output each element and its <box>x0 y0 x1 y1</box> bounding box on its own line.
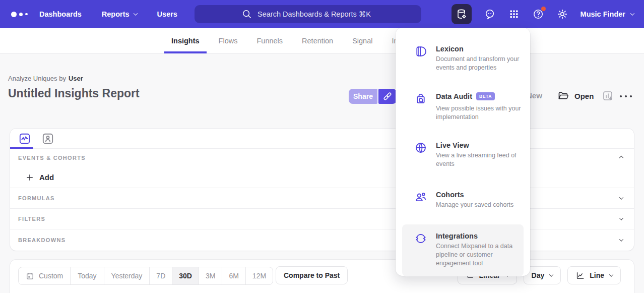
menu-item-title: Data Audit <box>436 92 472 100</box>
chevron-down-icon[interactable] <box>619 216 623 220</box>
section-formulas[interactable]: FORMULAS <box>10 188 634 209</box>
logo-dot-icon <box>19 13 23 16</box>
add-event-button[interactable]: Add <box>25 173 54 182</box>
search-input[interactable] <box>257 10 374 18</box>
range-30d[interactable]: 30D <box>172 267 199 284</box>
menu-item-text: Live View View a live streaming feed of … <box>436 141 523 169</box>
settings-button[interactable] <box>556 8 568 20</box>
mixpanel-logo[interactable] <box>11 0 28 28</box>
project-switcher[interactable]: Music Finder <box>581 10 634 18</box>
calendar-icon <box>26 272 34 280</box>
more-menu-button[interactable] <box>619 93 633 100</box>
menu-item-lexicon[interactable]: Lexicon Document and transform your even… <box>396 44 530 73</box>
chevron-down-icon <box>549 272 553 276</box>
search-icon <box>241 9 252 20</box>
chevron-down-icon[interactable] <box>619 195 623 199</box>
globe-icon <box>414 141 427 154</box>
help-button[interactable] <box>532 8 544 20</box>
chart-type-label: Line <box>590 271 604 279</box>
tab-retention[interactable]: Retention <box>295 28 340 53</box>
page-title[interactable]: Untitled Insights Report <box>8 87 140 100</box>
tab-label: Funnels <box>256 37 283 45</box>
nav-label: Users <box>157 10 177 18</box>
menu-item-highlight-wrap: Integrations Connect Mixpanel to a data … <box>402 224 524 276</box>
tab-label: Flows <box>219 37 238 45</box>
data-audit-lock-icon <box>414 92 427 105</box>
menu-item-title: Live View <box>436 141 469 149</box>
top-navigation-bar: Dashboards Reports Users <box>0 0 644 28</box>
add-to-dashboard-icon <box>602 90 614 102</box>
section-breakdowns[interactable]: BREAKDOWNS <box>10 229 634 251</box>
range-custom[interactable]: Custom <box>19 267 71 284</box>
range-label: 6M <box>229 272 238 280</box>
section-label: FORMULAS <box>18 195 55 201</box>
chart-type-selector[interactable]: Line <box>567 266 621 284</box>
menu-item-data-audit[interactable]: Data AuditBETA View possible issues with… <box>396 92 530 122</box>
range-12m[interactable]: 12M <box>246 267 273 284</box>
section-filters[interactable]: FILTERS <box>10 209 634 229</box>
chevron-down-icon <box>133 11 137 15</box>
nav-users[interactable]: Users <box>157 10 177 18</box>
person-icon <box>41 132 54 145</box>
compare-to-past-button[interactable]: Compare to Past <box>276 266 348 284</box>
chat-bubble-icon <box>484 8 496 20</box>
database-gear-icon <box>456 8 468 20</box>
menu-item-live-view[interactable]: Live View View a live streaming feed of … <box>396 141 530 169</box>
profiles-view-tab[interactable] <box>41 132 54 145</box>
add-to-dashboard-button[interactable] <box>602 90 614 102</box>
menu-item-description: Manage your saved cohorts <box>436 201 523 209</box>
lexicon-book-icon <box>414 45 427 58</box>
nav-dashboards[interactable]: Dashboards <box>39 10 82 18</box>
more-dots-icon <box>619 93 633 100</box>
share-button[interactable]: Share <box>349 89 377 104</box>
chevron-up-icon[interactable] <box>619 156 623 160</box>
section-label: EVENTS & COHORTS <box>18 155 86 161</box>
menu-item-description: Connect Mixpanel to a data pipeline or c… <box>436 242 517 268</box>
range-3m[interactable]: 3M <box>199 267 222 284</box>
menu-item-integrations[interactable]: Integrations Connect Mixpanel to a data … <box>402 231 517 268</box>
section-label: FILTERS <box>18 216 45 222</box>
open-label: Open <box>574 92 594 100</box>
tab-funnels[interactable]: Funnels <box>249 28 290 53</box>
tab-label: Signal <box>352 37 372 45</box>
gear-icon <box>556 8 568 20</box>
compare-label: Compare to Past <box>284 271 340 279</box>
data-management-button[interactable] <box>452 4 472 24</box>
analyze-entity-selector[interactable]: User <box>69 75 83 82</box>
section-label: BREAKDOWNS <box>18 237 66 243</box>
menu-item-text: Integrations Connect Mixpanel to a data … <box>436 231 517 268</box>
range-yesterday[interactable]: Yesterday <box>104 267 150 284</box>
beta-badge: BETA <box>476 92 495 100</box>
chart-controls-card: Custom Today Yesterday 7D 30D 3M 6M 12M … <box>10 260 634 293</box>
chevron-down-icon[interactable] <box>619 237 623 241</box>
menu-item-description: View possible issues with your implement… <box>436 104 523 122</box>
nav-label: Dashboards <box>39 10 82 18</box>
menu-item-text: Data AuditBETA View possible issues with… <box>436 92 523 122</box>
logo-dot-icon <box>11 12 17 17</box>
chevron-down-icon <box>630 11 634 15</box>
apps-grid-button[interactable] <box>508 8 520 20</box>
section-events-cohorts[interactable]: EVENTS & COHORTS <box>10 149 634 167</box>
tab-label: Retention <box>302 37 333 45</box>
query-builder-card: EVENTS & COHORTS Add FORMULAS FILTERS BR… <box>10 129 634 251</box>
data-management-dropdown: Lexicon Document and transform your even… <box>396 28 530 276</box>
feedback-button[interactable] <box>484 8 496 20</box>
range-label: Yesterday <box>111 272 143 280</box>
range-label: Custom <box>39 272 63 280</box>
range-7d[interactable]: 7D <box>150 267 172 284</box>
menu-item-title: Cohorts <box>436 191 464 199</box>
add-label: Add <box>39 173 54 182</box>
range-today[interactable]: Today <box>71 267 104 284</box>
menu-item-cohorts[interactable]: Cohorts Manage your saved cohorts <box>396 190 530 209</box>
range-6m[interactable]: 6M <box>222 267 245 284</box>
tab-signal[interactable]: Signal <box>345 28 379 53</box>
nav-reports[interactable]: Reports <box>102 10 137 18</box>
range-label: 12M <box>252 272 266 280</box>
tab-flows[interactable]: Flows <box>212 28 245 53</box>
tab-insights[interactable]: Insights <box>164 28 207 53</box>
copy-link-button[interactable] <box>378 89 397 104</box>
global-search[interactable] <box>195 5 421 23</box>
metrics-view-tab[interactable] <box>18 132 31 145</box>
open-report-button[interactable]: Open <box>557 90 594 102</box>
date-range-group: Custom Today Yesterday 7D 30D 3M 6M 12M <box>18 267 273 285</box>
